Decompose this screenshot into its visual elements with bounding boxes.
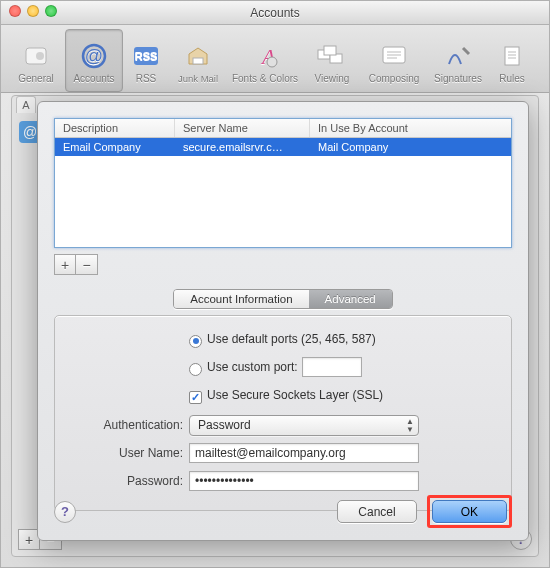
add-server-button[interactable]: + — [54, 254, 76, 275]
help-button[interactable]: ? — [54, 501, 76, 523]
svg-point-1 — [36, 52, 44, 60]
toolbar-signatures[interactable]: Signatures — [427, 29, 489, 92]
label-user-name: User Name: — [69, 446, 189, 460]
label-authentication: Authentication: — [69, 418, 189, 432]
composing-icon — [375, 39, 413, 73]
junk-icon — [179, 39, 217, 73]
window-title: Accounts — [250, 6, 299, 20]
rules-icon — [493, 39, 531, 73]
accounts-preferences-window: Accounts General @ Accounts RSS RSS Junk… — [0, 0, 550, 568]
tab-account-information[interactable]: Account Information — [174, 290, 308, 308]
titlebar: Accounts — [1, 1, 549, 25]
cell-description: Email Company — [55, 138, 175, 156]
switch-icon — [17, 39, 55, 73]
svg-text:RSS: RSS — [135, 50, 158, 62]
fonts-colors-icon: A — [246, 39, 284, 73]
cancel-button[interactable]: Cancel — [337, 500, 416, 523]
window-controls — [9, 5, 57, 17]
server-list-header: Description Server Name In Use By Accoun… — [55, 119, 511, 138]
custom-port-input[interactable] — [302, 357, 362, 377]
user-name-input[interactable] — [189, 443, 419, 463]
label-ssl: Use Secure Sockets Layer (SSL) — [207, 388, 383, 402]
authentication-value: Password — [198, 418, 251, 432]
checkbox-ssl[interactable]: ✓ — [189, 391, 202, 404]
radio-custom-port[interactable] — [189, 363, 202, 376]
preferences-toolbar: General @ Accounts RSS RSS Junk Mail A F… — [1, 25, 549, 93]
toolbar-junk-mail[interactable]: Junk Mail — [169, 29, 227, 92]
toolbar-accounts[interactable]: @ Accounts — [65, 29, 123, 92]
toolbar-viewing[interactable]: Viewing — [303, 29, 361, 92]
col-header-server-name[interactable]: Server Name — [175, 119, 310, 137]
sheet-footer: ? Cancel OK — [54, 495, 512, 528]
label-custom-port: Use custom port: — [207, 360, 298, 374]
chevron-up-down-icon: ▲▼ — [406, 418, 414, 434]
toolbar-general[interactable]: General — [7, 29, 65, 92]
svg-point-8 — [267, 57, 277, 67]
svg-rect-6 — [193, 58, 203, 64]
toolbar-rules[interactable]: Rules — [489, 29, 535, 92]
server-list-buttons: + − — [54, 254, 512, 275]
at-icon: @ — [75, 39, 113, 73]
tab-advanced[interactable]: Advanced — [309, 290, 392, 308]
bg-accounts-column-header: A — [16, 96, 36, 113]
minimize-icon[interactable] — [27, 5, 39, 17]
label-default-ports: Use default ports (25, 465, 587) — [207, 332, 376, 346]
svg-rect-11 — [324, 46, 336, 55]
zoom-icon[interactable] — [45, 5, 57, 17]
viewing-icon — [313, 39, 351, 73]
radio-default-ports[interactable] — [189, 335, 202, 348]
col-header-description[interactable]: Description — [55, 119, 175, 137]
svg-rect-16 — [505, 47, 519, 65]
ok-highlight: OK — [427, 495, 512, 528]
cell-server-name: secure.emailsrvr.c… — [175, 138, 310, 156]
col-header-in-use-by[interactable]: In Use By Account — [310, 119, 511, 137]
tab-bar: Account Information Advanced — [54, 289, 512, 309]
signatures-icon — [439, 39, 477, 73]
remove-server-button[interactable]: − — [76, 254, 98, 275]
server-list[interactable]: Description Server Name In Use By Accoun… — [54, 118, 512, 248]
toolbar-fonts-colors[interactable]: A Fonts & Colors — [227, 29, 303, 92]
close-icon[interactable] — [9, 5, 21, 17]
edit-smtp-server-sheet: Description Server Name In Use By Accoun… — [37, 101, 529, 541]
toolbar-composing[interactable]: Composing — [361, 29, 427, 92]
svg-text:@: @ — [23, 124, 37, 140]
server-list-row[interactable]: Email Company secure.emailsrvr.c… Mail C… — [55, 138, 511, 156]
label-password: Password: — [69, 474, 189, 488]
password-input[interactable] — [189, 471, 419, 491]
advanced-panel: Use default ports (25, 465, 587) Use cus… — [54, 315, 512, 511]
authentication-select[interactable]: Password ▲▼ — [189, 415, 419, 436]
svg-text:@: @ — [85, 46, 103, 66]
cell-in-use-by: Mail Company — [310, 138, 511, 156]
toolbar-rss[interactable]: RSS RSS — [123, 29, 169, 92]
rss-icon: RSS — [127, 39, 165, 73]
ok-button[interactable]: OK — [432, 500, 507, 523]
